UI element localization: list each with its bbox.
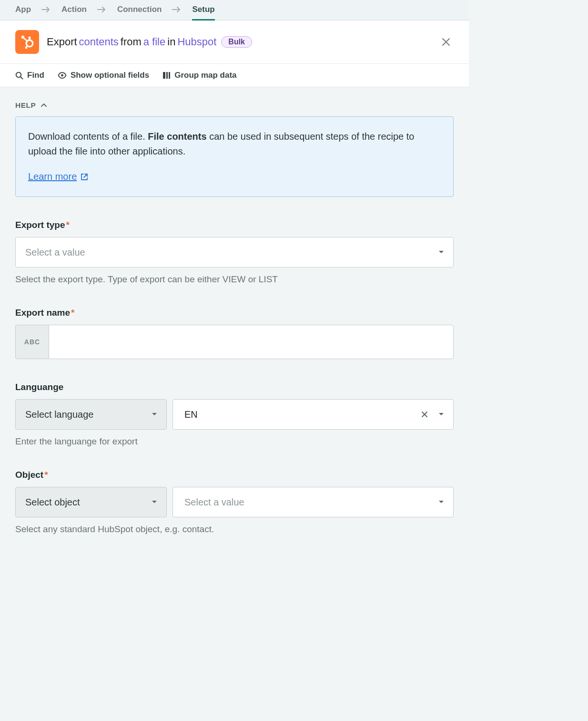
chevron-down-icon [438, 500, 445, 505]
object-hint: Select any standard HubSpot object, e.g.… [15, 524, 454, 535]
object-label: Object* [15, 470, 454, 480]
field-object: Object* Select object Select a value Sel… [15, 470, 454, 535]
find-label: Find [27, 71, 44, 80]
chevron-right-icon [41, 6, 51, 13]
label-text: Object [15, 470, 43, 480]
svg-line-4 [23, 38, 28, 41]
page-title: Export contents from a file in Hubspot B… [47, 36, 431, 48]
help-box: Download contents of a file. File conten… [15, 116, 454, 197]
label-text: Export type [15, 220, 65, 230]
export-name-label: Export name* [15, 308, 454, 318]
breadcrumb-item-connection[interactable]: Connection [117, 5, 162, 14]
language-type-select[interactable]: Select language [15, 399, 167, 430]
chevron-right-icon [172, 6, 182, 13]
hubspot-icon [15, 30, 39, 54]
field-export-type: Export type* Select a value Select the e… [15, 220, 454, 285]
export-type-hint: Select the export type. Type of export c… [15, 274, 454, 285]
help-toggle[interactable]: HELP [15, 101, 47, 110]
show-optional-fields-button[interactable]: Show optional fields [58, 71, 149, 80]
title-link-hubspot[interactable]: Hubspot [177, 36, 216, 48]
title-link-contents[interactable]: contents [79, 36, 119, 48]
clear-icon[interactable] [421, 411, 428, 418]
breadcrumb-item-setup[interactable]: Setup [192, 5, 214, 14]
language-hint: Enter the languange for export [15, 436, 454, 447]
chevron-down-icon [151, 500, 158, 505]
chevron-up-icon [41, 103, 47, 108]
select-label: Select language [25, 409, 93, 420]
group-map-data-button[interactable]: Group map data [162, 71, 236, 80]
select-placeholder: Select a value [184, 497, 244, 508]
group-map-label: Group map data [174, 71, 236, 80]
object-value-select[interactable]: Select a value [172, 487, 454, 517]
help-heading: HELP [15, 101, 36, 110]
page-header: Export contents from a file in Hubspot B… [0, 21, 469, 64]
chevron-down-icon [438, 250, 445, 255]
required-star: * [71, 308, 74, 318]
language-value-select[interactable]: EN [172, 399, 454, 430]
toolbar: Find Show optional fields Group map data [0, 64, 469, 87]
search-icon [15, 72, 23, 80]
label-text: Languange [15, 382, 63, 392]
group-icon [162, 72, 171, 79]
title-part: in [167, 36, 175, 48]
field-export-name: Export name* ABC [15, 308, 454, 359]
show-optional-label: Show optional fields [71, 71, 149, 80]
find-button[interactable]: Find [15, 71, 44, 80]
svg-rect-11 [166, 72, 168, 79]
text-type-prefix: ABC [15, 325, 49, 359]
svg-point-1 [28, 36, 30, 39]
title-part: Export [47, 36, 77, 48]
external-link-icon [81, 173, 88, 181]
svg-line-8 [20, 77, 22, 79]
title-part: from [121, 36, 142, 48]
language-label: Languange [15, 382, 454, 392]
export-type-label: Export type* [15, 220, 454, 230]
select-placeholder: Select a value [25, 247, 85, 258]
object-type-select[interactable]: Select object [15, 487, 167, 517]
chevron-down-icon [151, 412, 158, 417]
svg-rect-10 [163, 72, 165, 79]
svg-rect-12 [169, 72, 170, 79]
eye-icon [58, 72, 67, 79]
help-bold: File contents [148, 131, 206, 142]
breadcrumb-item-app[interactable]: App [15, 5, 31, 14]
language-value: EN [184, 409, 198, 420]
close-button[interactable] [438, 34, 454, 50]
required-star: * [66, 220, 70, 230]
select-label: Select object [25, 497, 80, 508]
learn-more-link[interactable]: Learn more [28, 169, 88, 184]
help-text: Download contents of a file. [28, 131, 148, 142]
export-name-input[interactable] [49, 325, 454, 359]
svg-line-6 [27, 46, 28, 47]
breadcrumb-item-action[interactable]: Action [61, 5, 87, 14]
label-text: Export name [15, 308, 70, 318]
bulk-badge: Bulk [221, 36, 252, 48]
chevron-right-icon [97, 6, 107, 13]
svg-point-9 [61, 74, 63, 77]
required-star: * [44, 470, 48, 480]
export-type-select[interactable]: Select a value [15, 237, 454, 268]
chevron-down-icon [438, 412, 445, 417]
learn-more-label: Learn more [28, 169, 77, 184]
field-language: Languange Select language EN Enter the l… [15, 382, 454, 447]
title-link-file[interactable]: a file [143, 36, 165, 48]
content-area: HELP Download contents of a file. File c… [0, 87, 469, 554]
breadcrumb: App Action Connection Setup [0, 0, 469, 21]
